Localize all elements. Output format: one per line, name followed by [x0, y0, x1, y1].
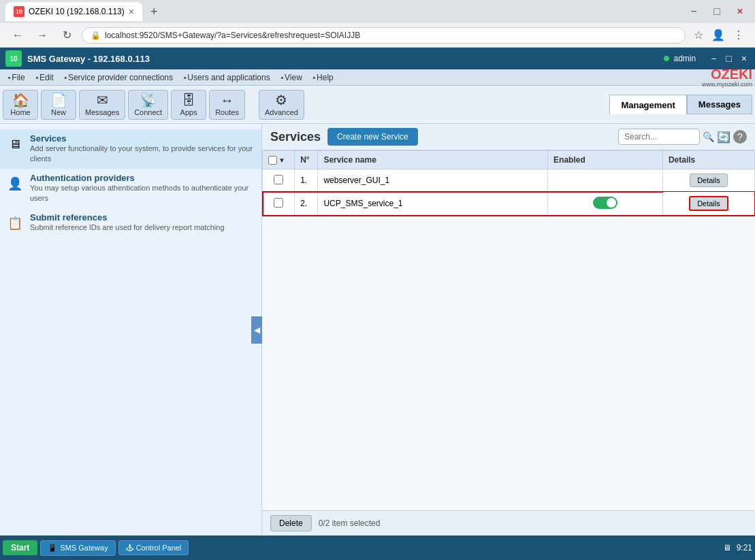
status-indicator	[664, 56, 669, 61]
app-maximize-button[interactable]: □	[723, 52, 734, 65]
create-service-button[interactable]: Create new Service	[327, 128, 418, 146]
auth-icon: 👤	[5, 174, 25, 193]
sidebar-item-services[interactable]: 🖥 Services Add server functionality to y…	[0, 129, 261, 169]
browser-tab[interactable]: 10 OZEKI 10 (192.168.0.113) ×	[5, 2, 142, 21]
refresh-button[interactable]: ↻	[57, 26, 76, 45]
header-checkbox-col: ▼	[263, 151, 295, 169]
toolbar-advanced-button[interactable]: ⚙ Advanced	[259, 90, 304, 120]
row2-details-button[interactable]: Details	[689, 196, 728, 211]
row2-num: 2.	[295, 192, 318, 216]
row1-checkbox[interactable]	[274, 175, 283, 184]
sms-gateway-icon: 📱	[48, 544, 57, 553]
app-header: 10 SMS Gateway - 192.168.0.113 admin − □…	[0, 48, 755, 69]
services-table-wrapper: ▼ N° Service name Enabled Details	[262, 150, 755, 510]
advanced-icon: ⚙	[275, 93, 287, 107]
sidebar-collapse-button[interactable]: ◀	[251, 316, 262, 344]
messages-icon: ✉	[97, 93, 108, 107]
page-title: Services	[270, 130, 321, 144]
apps-icon: 🗄	[182, 93, 195, 107]
sidebar-services-content: Services Add server functionality to you…	[30, 133, 256, 165]
sidebar-submit-refs-content: Submit references Submit reference IDs a…	[30, 212, 225, 233]
toolbar: 🏠 Home 📄 New ✉ Messages 📡 Connect 🗄 Apps…	[0, 86, 755, 124]
submit-refs-icon: 📋	[5, 214, 25, 233]
taskbar-control-panel[interactable]: 🕹 Control Panel	[118, 540, 189, 555]
menu-view[interactable]: View	[276, 71, 308, 84]
taskbar-sms-gateway[interactable]: 📱 SMS Gateway	[40, 540, 115, 556]
tab-management[interactable]: Management	[609, 95, 686, 114]
app-title: SMS Gateway - 192.168.0.113	[27, 54, 150, 64]
row2-details-cell: Details	[662, 192, 754, 216]
row2-enabled-cell	[548, 192, 663, 216]
menu-edit[interactable]: Edit	[31, 71, 59, 84]
select-all-checkbox[interactable]	[268, 156, 277, 165]
menu-file[interactable]: File	[3, 71, 31, 84]
delete-button[interactable]: Delete	[270, 515, 312, 531]
row2-toggle[interactable]	[593, 197, 617, 209]
services-table: ▼ N° Service name Enabled Details	[262, 150, 755, 216]
toolbar-apps-button[interactable]: 🗄 Apps	[171, 90, 206, 120]
app-header-status: admin − □ ×	[664, 52, 750, 65]
routes-icon: ↔	[221, 93, 234, 107]
app-minimize-button[interactable]: −	[708, 52, 719, 65]
row1-num: 1.	[295, 169, 318, 192]
header-enabled: Enabled	[548, 151, 663, 169]
win-minimize-button[interactable]: −	[684, 2, 703, 21]
start-button[interactable]: Start	[3, 540, 37, 555]
sidebar-auth-title: Authentication providers	[30, 173, 256, 183]
table-row: 2. UCP_SMS_service_1 Details	[263, 192, 755, 216]
toolbar-new-button[interactable]: 📄 New	[41, 90, 76, 120]
toolbar-connect-button[interactable]: 📡 Connect	[128, 90, 168, 120]
forward-button[interactable]: →	[33, 26, 52, 45]
search-button[interactable]: 🔍	[703, 131, 714, 142]
table-header-row: ▼ N° Service name Enabled Details	[263, 151, 755, 169]
account-icon[interactable]: 👤	[709, 26, 728, 44]
menu-icon[interactable]: ⋮	[730, 26, 747, 44]
menu-service-provider[interactable]: Service provider connections	[59, 71, 178, 84]
menu-help[interactable]: Help	[308, 71, 339, 84]
win-maximize-button[interactable]: □	[707, 2, 726, 21]
ozeki-logo: OZEKI www.myozeki.com	[702, 67, 752, 88]
ozeki-logo-text: OZEKI	[711, 67, 752, 81]
toolbar-home-button[interactable]: 🏠 Home	[3, 90, 38, 120]
url-text: localhost:9520/SMS+Gateway/?a=Services&r…	[105, 31, 360, 40]
header-service-name: Service name	[318, 151, 548, 169]
browser-controls: ← → ↻ 🔒 localhost:9520/SMS+Gateway/?a=Se…	[0, 23, 755, 48]
tab-messages[interactable]: Messages	[687, 95, 752, 114]
toolbar-routes-button[interactable]: ↔ Routes	[209, 90, 245, 120]
toolbar-new-label: New	[51, 108, 66, 116]
back-button[interactable]: ←	[8, 26, 27, 45]
new-tab-button[interactable]: +	[148, 5, 161, 19]
tab-close-icon[interactable]: ×	[129, 6, 134, 17]
row1-checkbox-cell	[263, 169, 295, 192]
row1-service-name: webserver_GUI_1	[318, 169, 548, 192]
lock-icon: 🔒	[91, 31, 101, 40]
view-tabs: Management Messages	[609, 95, 752, 114]
menu-users-apps[interactable]: Users and applications	[178, 71, 276, 84]
star-icon[interactable]: ☆	[691, 26, 706, 44]
refresh-button[interactable]: 🔄	[717, 131, 730, 144]
sidebar-auth-desc: You may setup various athentication meth…	[30, 183, 256, 204]
main-layout: 🖥 Services Add server functionality to y…	[0, 124, 755, 536]
row1-details-button[interactable]: Details	[690, 174, 728, 187]
row2-checkbox-cell	[263, 192, 295, 216]
home-icon: 🏠	[12, 93, 29, 107]
win-close-button[interactable]: ×	[730, 2, 750, 21]
search-input[interactable]	[618, 129, 700, 145]
toolbar-apps-label: Apps	[180, 108, 197, 116]
sidebar-item-auth[interactable]: 👤 Authentication providers You may setup…	[0, 169, 261, 208]
toolbar-messages-button[interactable]: ✉ Messages	[79, 90, 125, 120]
sidebar-services-desc: Add server functionality to your system,…	[30, 144, 256, 165]
tab-favicon: 10	[14, 6, 25, 17]
tab-title: OZEKI 10 (192.168.0.113)	[29, 7, 125, 16]
item-count-label: 0/2 item selected	[319, 518, 381, 528]
address-bar[interactable]: 🔒 localhost:9520/SMS+Gateway/?a=Services…	[82, 27, 686, 44]
sidebar-services-title: Services	[30, 133, 256, 144]
sidebar-item-submit-refs[interactable]: 📋 Submit references Submit reference IDs…	[0, 208, 261, 237]
app-close-button[interactable]: ×	[739, 52, 750, 65]
row2-checkbox[interactable]	[274, 198, 283, 208]
new-icon: 📄	[50, 93, 67, 107]
help-button[interactable]: ?	[733, 130, 747, 144]
check-dropdown-icon[interactable]: ▼	[278, 157, 285, 164]
toolbar-connect-label: Connect	[134, 108, 162, 116]
content-bottom: Delete 0/2 item selected	[262, 510, 755, 536]
